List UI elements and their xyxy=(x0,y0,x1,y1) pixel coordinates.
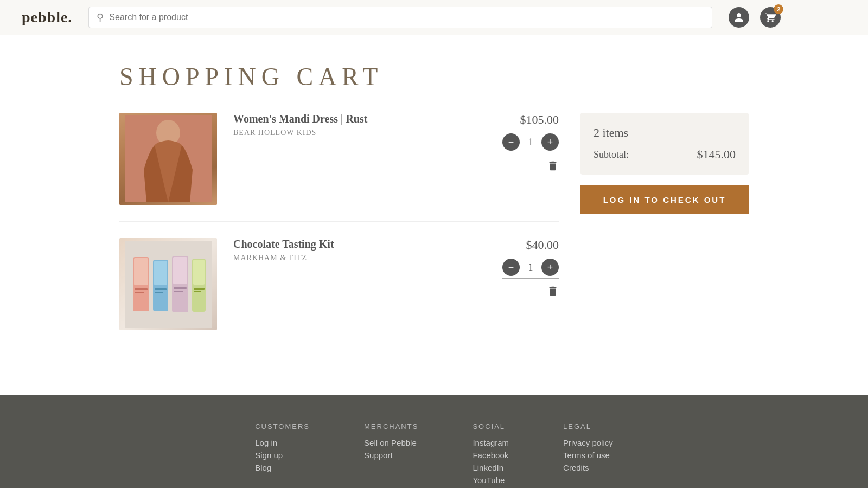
increase-quantity-button[interactable]: + xyxy=(541,133,559,151)
logo[interactable]: pebble. xyxy=(22,9,72,26)
item-image-dress xyxy=(119,113,217,205)
quantity-control: − 1 + xyxy=(502,259,559,279)
increase-quantity-button[interactable]: + xyxy=(541,259,559,276)
item-info: Women's Mandi Dress | Rust Bear Hollow K… xyxy=(233,113,483,137)
search-icon: ⚲ xyxy=(97,11,104,23)
item-name: Women's Mandi Dress | Rust xyxy=(233,113,483,125)
footer-col-customers: CUSTOMERS Log in Sign up Blog xyxy=(255,422,310,488)
cart-item: Women's Mandi Dress | Rust Bear Hollow K… xyxy=(119,113,559,222)
page-title: SHOPPING CART xyxy=(119,62,749,91)
header: pebble. ⚲ 2 xyxy=(0,0,868,35)
items-count: 2 items xyxy=(593,126,736,140)
item-brand: Bear Hollow Kids xyxy=(233,129,483,137)
logo-text: pebble. xyxy=(22,9,72,25)
footer-link-linkedin[interactable]: LinkedIn xyxy=(473,463,509,472)
svg-rect-4 xyxy=(134,258,148,285)
item-controls: $40.00 − 1 + xyxy=(483,238,559,300)
subtotal-label: Subtotal: xyxy=(593,149,629,160)
footer-link-signup[interactable]: Sign up xyxy=(255,451,310,460)
cart-items-list: Women's Mandi Dress | Rust Bear Hollow K… xyxy=(119,113,559,363)
footer-col-merchants: MERCHANTS Sell on Pebble Support xyxy=(364,422,418,488)
svg-rect-13 xyxy=(155,288,167,290)
svg-rect-11 xyxy=(135,288,148,290)
svg-rect-15 xyxy=(174,287,187,289)
footer-columns: CUSTOMERS Log in Sign up Blog MERCHANTS … xyxy=(190,422,678,488)
search-bar: ⚲ xyxy=(88,7,712,28)
svg-rect-10 xyxy=(193,260,205,285)
subtotal-row: Subtotal: $145.00 xyxy=(593,147,736,162)
footer-col-heading: MERCHANTS xyxy=(364,422,418,431)
svg-rect-17 xyxy=(194,288,205,290)
svg-rect-6 xyxy=(154,261,167,285)
subtotal-amount: $145.00 xyxy=(697,147,736,162)
footer: CUSTOMERS Log in Sign up Blog MERCHANTS … xyxy=(0,395,868,488)
svg-rect-18 xyxy=(194,291,201,292)
footer-link-sell[interactable]: Sell on Pebble xyxy=(364,438,418,447)
footer-link-youtube[interactable]: YouTube xyxy=(473,476,509,485)
item-price: $105.00 xyxy=(520,113,559,127)
quantity-control: − 1 + xyxy=(502,133,559,153)
footer-col-social: SOCIAL Instagram Facebook LinkedIn YouTu… xyxy=(473,422,509,488)
footer-col-legal: LEGAL Privacy policy Terms of use Credit… xyxy=(563,422,613,488)
footer-link-credits[interactable]: Credits xyxy=(563,463,613,472)
decrease-quantity-button[interactable]: − xyxy=(502,259,520,276)
item-price: $40.00 xyxy=(526,238,559,252)
item-brand: MARKHAM & FITZ xyxy=(233,254,483,262)
footer-col-heading: CUSTOMERS xyxy=(255,422,310,431)
footer-col-heading: LEGAL xyxy=(563,422,613,431)
checkout-button[interactable]: LOG IN TO CHECK OUT xyxy=(580,185,749,214)
svg-rect-16 xyxy=(174,291,183,292)
cart-sidebar: 2 items Subtotal: $145.00 LOG IN TO CHEC… xyxy=(580,113,749,363)
main-content: SHOPPING CART xyxy=(108,35,760,395)
delete-item-button[interactable] xyxy=(547,160,559,175)
search-input[interactable] xyxy=(109,12,704,22)
cart-layout: Women's Mandi Dress | Rust Bear Hollow K… xyxy=(119,113,749,363)
svg-rect-12 xyxy=(135,292,144,293)
svg-rect-8 xyxy=(173,257,187,284)
decrease-quantity-button[interactable]: − xyxy=(502,133,520,151)
cart-item: Chocolate Tasting Kit MARKHAM & FITZ $40… xyxy=(119,238,559,346)
footer-link-terms[interactable]: Terms of use xyxy=(563,451,613,460)
footer-link-instagram[interactable]: Instagram xyxy=(473,438,509,447)
item-name: Chocolate Tasting Kit xyxy=(233,238,483,251)
user-button[interactable] xyxy=(729,7,749,28)
user-icon xyxy=(729,7,749,28)
footer-link-blog[interactable]: Blog xyxy=(255,463,310,472)
footer-link-privacy[interactable]: Privacy policy xyxy=(563,438,613,447)
item-info: Chocolate Tasting Kit MARKHAM & FITZ xyxy=(233,238,483,262)
summary-box: 2 items Subtotal: $145.00 xyxy=(580,113,749,175)
quantity-value: 1 xyxy=(520,137,541,148)
item-controls: $105.00 − 1 + xyxy=(483,113,559,175)
footer-link-login[interactable]: Log in xyxy=(255,438,310,447)
cart-badge: 2 xyxy=(774,4,783,14)
header-icons: 2 xyxy=(729,7,781,28)
delete-item-button[interactable] xyxy=(547,285,559,300)
quantity-value: 1 xyxy=(520,262,541,273)
svg-rect-14 xyxy=(155,292,163,293)
cart-button[interactable]: 2 xyxy=(760,7,781,28)
item-image-chocolate xyxy=(119,238,217,330)
footer-col-heading: SOCIAL xyxy=(473,422,509,431)
footer-link-support[interactable]: Support xyxy=(364,451,418,460)
footer-link-facebook[interactable]: Facebook xyxy=(473,451,509,460)
